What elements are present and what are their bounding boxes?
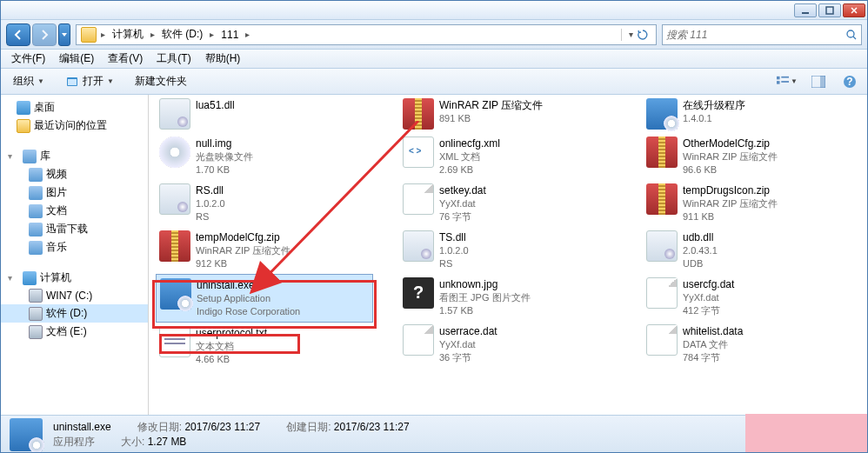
address-dropdown[interactable]: ▾ (627, 30, 635, 39)
titlebar (1, 1, 867, 20)
back-button[interactable] (6, 23, 30, 46)
file-meta: YyXf.dat (439, 197, 486, 210)
file-item[interactable]: OtherModelCfg.zipWinRAR ZIP 压缩文件96.6 KB (643, 133, 860, 180)
menu-edit[interactable]: 编辑(E) (52, 50, 101, 68)
file-name: whitelist.data (683, 324, 743, 338)
file-item[interactable]: whitelist.dataDATA 文件784 字节 (643, 321, 860, 368)
breadcrumb-computer[interactable]: 计算机 (107, 25, 149, 44)
file-item[interactable]: onlinecfg.xmlXML 文档2.69 KB (399, 133, 617, 180)
desktop-icon (17, 101, 30, 115)
file-item[interactable]: userrace.datYyXf.dat36 字节 (399, 321, 617, 368)
menu-view[interactable]: 查看(V) (101, 50, 150, 68)
archive-icon (646, 137, 678, 168)
svg-rect-0 (802, 12, 809, 14)
file-name: OtherModelCfg.zip (683, 137, 778, 150)
search-box[interactable] (662, 24, 862, 45)
nav-history-dropdown[interactable] (58, 23, 70, 46)
file-item[interactable]: usercfg.datYyXf.dat412 字节 (643, 274, 860, 321)
computer-icon (23, 271, 37, 285)
file-item[interactable]: 在线升级程序1.4.0.1 (643, 95, 860, 133)
sidebar-xunlei[interactable]: 迅雷下载 (1, 220, 148, 238)
menu-file[interactable]: 文件(F) (4, 50, 52, 68)
svg-rect-10 (820, 76, 825, 88)
sidebar-recent[interactable]: 最近访问的位置 (1, 117, 148, 135)
navigation-pane: 桌面 最近访问的位置 ▾库 视频 图片 文档 迅雷下载 音乐 ▾计算机 WIN7… (1, 95, 149, 415)
file-meta: 412 字节 (683, 304, 734, 317)
organize-button[interactable]: 组织 ▼ (8, 71, 50, 91)
file-meta: 2.0.43.1 (683, 244, 718, 257)
file-item[interactable]: setkey.datYyXf.dat76 字节 (399, 180, 617, 227)
file-name: lua51.dll (196, 98, 235, 112)
preview-pane-button[interactable] (808, 73, 829, 90)
file-name: null.img (196, 137, 253, 150)
file-meta: DATA 文件 (683, 338, 743, 351)
file-name: userprotocol.txt (196, 326, 267, 340)
sidebar-documents[interactable]: 文档 (1, 202, 148, 220)
sidebar-docs-e[interactable]: 文档 (E:) (1, 323, 148, 341)
minimize-button[interactable] (794, 3, 817, 17)
sidebar-win7[interactable]: WIN7 (C:) (1, 287, 148, 304)
file-item[interactable]: lua51.dll (156, 95, 373, 133)
dll-icon (646, 230, 678, 262)
watermark-block (745, 414, 867, 452)
file-meta: 96.6 KB (683, 163, 778, 177)
doc-blank-icon (403, 183, 434, 215)
maximize-button[interactable] (818, 3, 841, 17)
documents-icon (29, 204, 43, 218)
file-name: unknown.jpg (439, 277, 531, 291)
menu-tools[interactable]: 工具(T) (150, 50, 197, 68)
refresh-icon[interactable] (637, 29, 649, 41)
archive-icon (646, 183, 678, 215)
sidebar-computer[interactable]: ▾计算机 (1, 269, 148, 287)
help-button[interactable]: ? (839, 73, 860, 90)
file-item[interactable]: TS.dll1.0.2.0RS (399, 227, 617, 274)
file-meta: YyXf.dat (683, 291, 734, 304)
sidebar-pictures[interactable]: 图片 (1, 183, 148, 202)
sidebar-software-d[interactable]: 软件 (D:) (1, 304, 148, 323)
expand-icon[interactable]: ▾ (8, 151, 17, 161)
file-meta: 1.70 KB (196, 163, 253, 177)
sidebar-desktop[interactable]: 桌面 (1, 98, 148, 117)
open-button[interactable]: 打开 ▼ (60, 71, 119, 91)
svg-rect-8 (781, 81, 789, 83)
breadcrumb[interactable]: ▸ 计算机▸ 软件 (D:)▸ 111▸ ▾ (76, 24, 657, 45)
file-item[interactable]: udb.dll2.0.43.1UDB (643, 227, 860, 274)
file-item[interactable]: null.img光盘映像文件1.70 KB (156, 133, 373, 180)
file-item[interactable]: uninstall.exeSetup ApplicationIndigo Ros… (156, 274, 373, 323)
expand-icon[interactable]: ▾ (8, 273, 17, 283)
file-list-pane[interactable]: lua51.dllnull.img光盘映像文件1.70 KBRS.dll1.0.… (149, 95, 867, 415)
file-meta: 1.0.2.0 (439, 244, 469, 257)
file-item[interactable]: userprotocol.txt文本文档4.66 KB (156, 323, 373, 370)
recent-icon (17, 119, 30, 133)
dll-icon (159, 183, 190, 215)
doc-blank-icon (403, 324, 434, 356)
menu-bar: 文件(F) 编辑(E) 查看(V) 工具(T) 帮助(H) (1, 50, 867, 69)
sidebar-music[interactable]: 音乐 (1, 238, 148, 256)
setup-icon (646, 98, 678, 130)
close-button[interactable] (843, 3, 865, 17)
new-folder-button[interactable]: 新建文件夹 (130, 71, 192, 91)
file-type-icon (10, 418, 43, 451)
file-item[interactable]: RS.dll1.0.2.0RS (156, 180, 373, 227)
file-meta: Setup Application (197, 292, 300, 305)
archive-icon (403, 98, 434, 130)
search-input[interactable] (666, 29, 845, 41)
breadcrumb-drive[interactable]: 软件 (D:) (157, 25, 208, 44)
file-item[interactable]: WinRAR ZIP 压缩文件891 KB (399, 95, 617, 133)
file-item[interactable]: ?unknown.jpg看图王 JPG 图片文件1.57 KB (399, 274, 617, 321)
search-icon[interactable] (845, 29, 858, 41)
doc-blank-icon (646, 277, 678, 309)
file-meta: 1.4.0.1 (683, 112, 745, 125)
file-item[interactable]: tempDrugsIcon.zipWinRAR ZIP 压缩文件911 KB (643, 180, 860, 227)
sidebar-videos[interactable]: 视频 (1, 165, 148, 183)
sidebar-library[interactable]: ▾库 (1, 147, 148, 165)
forward-button[interactable] (32, 23, 57, 46)
view-options-button[interactable]: ▼ (777, 73, 798, 90)
file-meta: UDB (683, 257, 718, 270)
menu-help[interactable]: 帮助(H) (198, 50, 248, 68)
file-item[interactable]: tempModelCfg.zipWinRAR ZIP 压缩文件912 KB (156, 227, 373, 274)
breadcrumb-folder[interactable]: 111 (216, 25, 244, 44)
file-name: TS.dll (439, 230, 469, 244)
file-meta: 2.69 KB (439, 163, 500, 177)
file-meta: WinRAR ZIP 压缩文件 (683, 197, 778, 210)
